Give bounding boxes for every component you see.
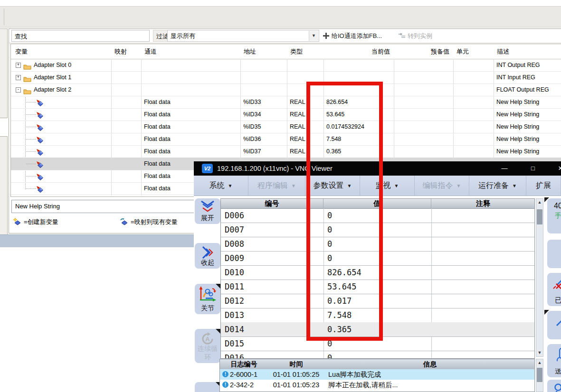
toolbar-divider <box>4 9 4 25</box>
cell-type: REAL <box>290 121 323 133</box>
cell-register-id: D009 <box>221 251 323 265</box>
register-row[interactable]: D0150 <box>221 336 534 351</box>
column-header-1[interactable]: 映射 <box>111 44 141 59</box>
cell-prepared-value <box>397 71 453 84</box>
cell-channel: Float data <box>144 133 240 145</box>
cell-register-comment <box>431 308 535 322</box>
log-row[interactable]: !2-342-201-01 01:05:23脚本正在加载,请稍后... <box>220 380 534 390</box>
column-header-4[interactable]: 类型 <box>287 44 323 59</box>
log-scrollbar-thumb[interactable] <box>537 368 542 382</box>
tree-expander[interactable]: - <box>16 87 21 93</box>
menu-label: 参数设置 <box>314 181 344 189</box>
torch-off-button[interactable]: 已关 <box>547 273 561 306</box>
cell-variable <box>12 133 111 145</box>
column-header-5[interactable]: 当前值 <box>323 44 394 59</box>
register-row[interactable]: D0060 <box>221 208 534 223</box>
add-fb-button[interactable]: 给IO通道添加FB... <box>323 29 382 42</box>
register-row[interactable]: D0070 <box>221 223 534 237</box>
table-row[interactable]: Float data%ID36REAL7.548New Help String <box>11 133 561 146</box>
magnifier-button[interactable] <box>547 380 561 392</box>
minimize-button[interactable]: — <box>496 161 513 176</box>
close-button[interactable]: ✕ <box>552 161 561 176</box>
tree-expander[interactable]: + <box>16 63 21 68</box>
register-row[interactable]: D0090 <box>221 251 534 266</box>
filter-dropdown[interactable]: 显示所有 ▼ <box>167 30 319 42</box>
menu-运行准备[interactable]: 运行准备▼ <box>469 176 526 196</box>
register-row[interactable]: D0137.548 <box>221 308 534 323</box>
column-header-0[interactable]: 变量 <box>12 44 111 59</box>
menu-参数设置[interactable]: 参数设置▼ <box>305 176 360 196</box>
sidebar-button-展开[interactable]: 展开 <box>195 198 220 224</box>
cell-channel: Float data <box>144 108 240 121</box>
wire-feed-button[interactable]: 送丝 <box>547 344 561 377</box>
tree-dotted-stub <box>26 102 36 103</box>
column-header-2[interactable]: 通道 <box>141 44 240 59</box>
cell-register-value: 0 <box>323 237 431 251</box>
cell-address: %ID36 <box>243 133 287 145</box>
cell-prepared-value <box>397 108 453 121</box>
menu-系统[interactable]: 系统▼ <box>194 176 248 196</box>
sidebar-button-label: 已关 <box>547 296 561 305</box>
register-row[interactable]: D01153.645 <box>221 280 534 294</box>
table-row[interactable]: -Adapter Slot 2FLOAT Output REG <box>11 84 561 96</box>
cell-variable: +Adapter Slot 0 <box>12 59 111 71</box>
cell-register-value: 53.645 <box>323 280 431 294</box>
sidebar-button-关节[interactable]: 关节 <box>195 284 220 314</box>
register-scrollbar-thumb[interactable] <box>537 209 542 224</box>
cell-mapping <box>114 121 141 133</box>
cell-register-comment <box>431 265 535 280</box>
torch-off-icon <box>547 276 561 292</box>
vnc-menu-bar: 系统▼程序编辑▼参数设置▼监视▼编辑指令▼运行准备▼扩展 <box>194 176 561 196</box>
chevron-down-icon[interactable]: ▼ <box>309 31 318 41</box>
left-collapsed-panel-bottom[interactable] <box>0 136 8 237</box>
map-variable-icon <box>120 218 131 225</box>
sidebar-button-label: 收起 <box>195 259 220 267</box>
cell-register-comment <box>431 208 535 223</box>
menu-扩展[interactable]: 扩展 <box>526 176 561 196</box>
register-row[interactable]: D0160 <box>221 351 534 359</box>
table-row[interactable]: +Adapter Slot 1INT Input REG <box>11 71 561 84</box>
table-row[interactable]: Float data%ID33REAL826.654New Help Strin… <box>11 96 561 109</box>
cell-address: %ID34 <box>243 108 287 121</box>
sidebar-button-收起[interactable]: 收起 <box>195 243 220 269</box>
cell-type <box>290 59 323 71</box>
cell-type: REAL <box>290 96 323 108</box>
register-row[interactable]: D0140.365 <box>221 322 534 337</box>
cell-register-value: 0 <box>323 251 431 265</box>
torch-button[interactable] <box>547 311 561 339</box>
log-scrollbar[interactable]: ▲ <box>536 359 543 392</box>
register-row[interactable]: D0120.017 <box>221 294 534 308</box>
table-row[interactable]: Float data%ID34REAL53.645New Help String <box>11 108 561 121</box>
register-row[interactable]: D010826.654 <box>221 265 534 280</box>
cell-address <box>243 59 287 71</box>
sidebar-button-label: 连续循环 <box>195 345 220 362</box>
goto-instance-button: 转到实例 <box>398 29 432 42</box>
column-header-8[interactable]: 描述 <box>494 44 561 59</box>
tree-expander[interactable]: + <box>16 75 21 80</box>
column-header-3[interactable]: 地址 <box>240 44 287 59</box>
left-collapsed-panel-top[interactable] <box>0 28 8 118</box>
table-row[interactable]: Float data%ID35REAL0.0174532924New Help … <box>11 121 561 133</box>
log-row[interactable]: !1-926-101-01 00:22:23伺服没有打开，请先打开伺服 <box>220 390 534 392</box>
search-input[interactable]: 查找 <box>11 30 150 42</box>
table-row[interactable]: +Adapter Slot 0INT Output REG <box>11 59 561 72</box>
menu-监视[interactable]: 监视▼ <box>360 176 415 196</box>
scroll-up-icon[interactable]: ▲ <box>536 199 543 206</box>
blank-button[interactable] <box>547 240 561 268</box>
cell-log-code: 2-6000-1 <box>230 369 268 380</box>
cell-mapping <box>114 71 141 84</box>
column-header-6[interactable]: 预备值 <box>394 44 453 59</box>
cell-variable <box>12 182 111 195</box>
vnc-title-bar[interactable]: V2 192.168.1.200 (x11vnc) - VNC Viewer —… <box>194 161 561 176</box>
scroll-down-icon[interactable]: ▼ <box>536 349 543 356</box>
log-row[interactable]: !2-6000-101-01 01:05:25Lua脚本加载完成 <box>220 369 534 380</box>
speed-mode-button[interactable]: 40%手动 <box>547 198 561 233</box>
register-scrollbar[interactable]: ▲ ▼ <box>536 198 543 357</box>
scroll-up-icon[interactable]: ▲ <box>536 359 543 366</box>
table-row[interactable]: Float data%ID37REAL0.365New Help String <box>11 145 561 158</box>
maximize-button[interactable]: □ <box>525 161 541 176</box>
column-header-7[interactable]: 单元 <box>453 44 494 59</box>
sidebar-button-partial[interactable] <box>195 382 220 392</box>
cell-unit <box>456 108 494 121</box>
register-row[interactable]: D0080 <box>221 237 534 252</box>
